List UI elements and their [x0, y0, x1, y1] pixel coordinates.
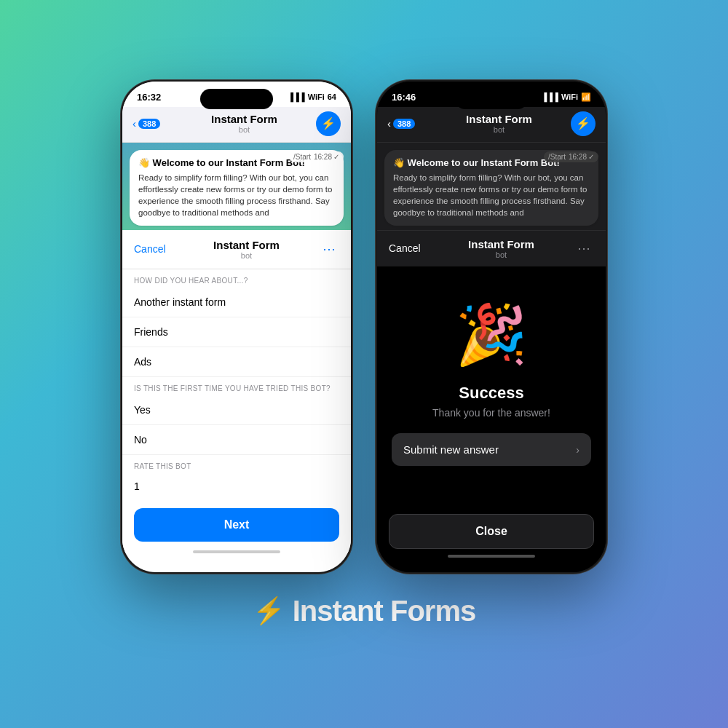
form-cancel-1[interactable]: Cancel [134, 243, 174, 255]
form-option-2[interactable]: Friends [122, 317, 351, 347]
header-action-1[interactable]: ⚡ [316, 111, 341, 136]
section-label-1: HOW DID YOU HEAR ABOUT...? [122, 269, 351, 288]
header-sub-2: bot [427, 125, 571, 134]
phone-1: 16:32 ▐▐▐ WiFi 64 ‹ 388 Instant Form [120, 79, 353, 574]
badge-1: 388 [138, 119, 160, 129]
status-icons-2: ▐▐▐ WiFi 📶 [541, 92, 591, 102]
success-area: 🎉 Success Thank you for the answer! Subm… [377, 266, 606, 508]
form-more-2[interactable]: ⋯ [574, 240, 594, 256]
bottom-area-2: Close [377, 508, 606, 572]
form-cancel-2[interactable]: Cancel [389, 242, 429, 254]
chat-area-1: /Start 16:28 ✓ 👋 Welcome to our Instant … [122, 143, 351, 230]
next-button[interactable]: Next [134, 508, 339, 542]
header-center-2: Instant Form bot [427, 113, 571, 134]
confetti-icon: 🎉 [455, 301, 528, 369]
form-overlay-1: Cancel Instant Form bot ⋯ HOW DID YOU HE… [122, 230, 351, 553]
submit-answer-button[interactable]: Submit new answer › [392, 433, 591, 466]
form-sub-1: bot [174, 251, 319, 260]
phone-2: 16:46 ▐▐▐ WiFi 📶 ‹ 388 Instant Form [375, 79, 608, 574]
chat-area-2: /Start 16:28 ✓ 👋 Welcome to our Instant … [377, 143, 606, 230]
chat-header-1: ‹ 388 Instant Form bot ⚡ [122, 107, 351, 143]
phones-container: 16:32 ▐▐▐ WiFi 64 ‹ 388 Instant Form [120, 79, 608, 574]
form-option-3[interactable]: Ads [122, 347, 351, 377]
form-sub-2: bot [429, 250, 574, 259]
time-1: 16:32 [137, 92, 161, 103]
success-subtitle: Thank you for the answer! [432, 407, 550, 419]
status-icons-1: ▐▐▐ WiFi 64 [288, 92, 336, 101]
dynamic-island-2 [455, 89, 528, 109]
header-sub-1: bot [173, 125, 316, 134]
time-2: 16:46 [392, 92, 416, 103]
form-title-center-1: Instant Form bot [174, 239, 319, 260]
brand-icon: ⚡ [253, 596, 285, 626]
start-badge-1: /Start 16:28 ✓ [289, 151, 344, 162]
form-option-5[interactable]: No [122, 425, 351, 455]
form-option-4[interactable]: Yes [122, 395, 351, 425]
form-header-2: Cancel Instant Form bot ⋯ [377, 230, 606, 266]
start-badge-2: /Start 16:28 ✓ [544, 151, 598, 162]
header-title-2: Instant Form [427, 113, 571, 125]
chevron-right-icon: › [576, 444, 579, 456]
header-title-1: Instant Form [173, 113, 316, 125]
header-center-1: Instant Form bot [173, 113, 316, 134]
header-action-2[interactable]: ⚡ [571, 111, 596, 136]
home-indicator-1 [193, 550, 280, 553]
dynamic-island-1 [200, 89, 273, 109]
badge-2: 388 [393, 119, 415, 129]
branding: ⚡ Instant Forms [253, 595, 475, 628]
form-input-rating[interactable]: 1 [122, 473, 351, 499]
close-button[interactable]: Close [389, 514, 594, 549]
section-label-2: IS THIS THE FIRST TIME YOU HAVE TRIED TH… [122, 377, 351, 395]
form-more-1[interactable]: ⋯ [319, 239, 339, 259]
form-title-2: Instant Form [429, 238, 574, 250]
back-button-2[interactable]: ‹ 388 [387, 117, 427, 130]
home-indicator-2 [448, 555, 535, 558]
success-title: Success [459, 384, 523, 403]
form-title-1: Instant Form [174, 239, 319, 251]
form-title-area-2: Instant Form bot [429, 238, 574, 259]
chat-header-2: ‹ 388 Instant Form bot ⚡ [377, 107, 606, 143]
form-option-1[interactable]: Another instant form [122, 288, 351, 317]
section-label-3: RATE THIS BOT [122, 455, 351, 473]
form-header-1: Cancel Instant Form bot ⋯ [122, 230, 351, 269]
brand-text: Instant Forms [293, 595, 475, 628]
back-button-1[interactable]: ‹ 388 [132, 117, 173, 130]
